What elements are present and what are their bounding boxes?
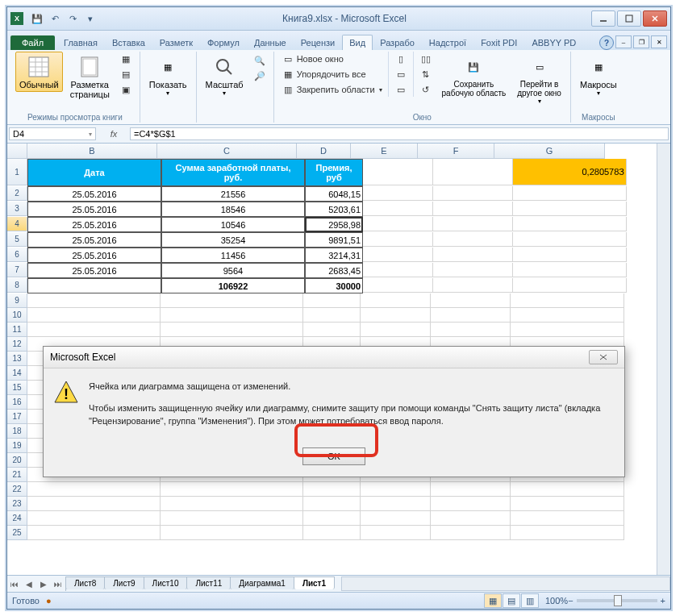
cell[interactable] [27,308,161,323]
row-header[interactable]: 12 [7,337,27,352]
page-layout-button[interactable]: Разметка страницы [66,52,114,102]
cell[interactable] [303,526,361,540]
undo-icon[interactable]: ↶ [48,11,62,26]
sheet-tab[interactable]: Лист1 [294,576,335,589]
cell[interactable] [161,511,303,526]
dialog-close-button[interactable] [589,350,618,364]
cell[interactable] [433,217,513,231]
name-box[interactable]: D4▾ [9,127,96,140]
sheet-tab[interactable]: Лист10 [144,576,188,589]
cell[interactable]: 25.05.2016 [27,232,161,248]
mdi-minimize-button[interactable]: – [615,35,632,48]
ribbon-tab[interactable]: Вид [342,35,373,50]
sync-scroll-button[interactable]: ⇅ [417,67,435,81]
fx-icon[interactable]: fx [111,129,118,139]
row-header[interactable]: 1 [7,159,27,185]
column-header[interactable]: G [494,144,605,159]
cell[interactable] [27,278,161,293]
row-header[interactable]: 11 [7,323,27,337]
cell[interactable]: 0,280578З [513,159,627,185]
save-icon[interactable]: 💾 [30,11,44,26]
show-button[interactable]: ▦ Показать▾ [145,52,191,99]
row-header[interactable]: 8 [7,278,27,293]
split-button[interactable]: ▯ [392,52,410,66]
cell[interactable] [431,308,511,323]
cell[interactable] [513,217,627,231]
cell[interactable]: 21556 [161,186,305,202]
row-header[interactable]: 2 [7,186,27,201]
cell[interactable] [303,497,361,511]
row-header[interactable]: 25 [7,526,27,540]
row-header[interactable]: 9 [7,293,27,308]
cell[interactable] [511,511,624,526]
redo-icon[interactable]: ↷ [65,11,80,26]
cell[interactable] [433,278,513,293]
cell[interactable] [511,526,624,540]
cell[interactable] [303,511,361,526]
cell[interactable]: 25.05.2016 [27,186,161,202]
cell[interactable]: 10546 [161,217,305,232]
row-header[interactable]: 7 [7,263,27,277]
cell[interactable] [361,308,431,323]
cell[interactable] [433,248,513,262]
cell[interactable] [361,511,431,526]
cell[interactable] [511,308,624,323]
cell[interactable] [433,232,513,247]
cell[interactable] [161,482,303,497]
cell[interactable]: 11456 [161,248,305,263]
cell[interactable] [161,293,303,308]
cell[interactable] [363,186,433,201]
zoom-out-icon[interactable]: − [568,596,573,606]
custom-view-button[interactable]: ▤ [117,67,135,81]
save-workspace-button[interactable]: 💾 Сохранить рабочую область [438,52,511,100]
cell[interactable]: 25.05.2016 [27,202,161,217]
row-header[interactable]: 19 [7,439,27,453]
column-header[interactable]: B [27,144,157,159]
cell[interactable] [513,186,627,201]
sheet-tab[interactable]: Лист11 [186,576,231,589]
cell[interactable] [161,526,303,540]
header-cell[interactable]: Сумма заработной платы, руб. [161,159,305,186]
macros-button[interactable]: ▦ Макросы▾ [576,52,621,99]
vertical-scrollbar[interactable] [657,144,670,575]
cell[interactable] [361,482,431,497]
zoom-button[interactable]: Масштаб▾ [202,52,248,99]
ribbon-tab[interactable]: Надстрої [422,35,473,50]
row-header[interactable]: 6 [7,248,27,262]
cell[interactable] [511,293,624,308]
cell[interactable] [363,217,433,231]
cell[interactable]: 25.05.2016 [27,248,161,263]
macro-record-icon[interactable]: ● [46,596,52,606]
cell[interactable] [27,323,161,337]
row-header[interactable]: 20 [7,453,27,468]
ribbon-tab[interactable]: ABBYY PD [524,35,583,50]
cell[interactable] [431,482,511,497]
cell[interactable] [513,248,627,262]
zoom-selection-button[interactable]: 🔎 [251,69,269,83]
row-header[interactable]: 24 [7,511,27,526]
cell[interactable] [361,497,431,511]
minimize-button[interactable] [591,10,615,27]
cell[interactable] [27,482,161,497]
cell[interactable] [161,323,303,337]
cell[interactable]: 5203,61 [305,202,363,217]
column-header[interactable]: D [297,144,351,159]
cell[interactable] [433,159,513,185]
ribbon-tab[interactable]: Разрабо [373,35,422,50]
dialog-titlebar[interactable]: Microsoft Excel [44,347,624,368]
new-window-button[interactable]: ▭Новое окно [279,52,385,66]
row-header[interactable]: 5 [7,232,27,247]
side-by-side-button[interactable]: ▯▯ [417,52,435,66]
row-header[interactable]: 22 [7,482,27,497]
formula-bar[interactable]: =C4*$G$1 [130,127,669,140]
fullscreen-button[interactable]: ▣ [117,82,135,97]
ribbon-tab[interactable]: Главная [56,35,105,50]
cell[interactable]: 2958,98 [305,217,363,232]
ok-button[interactable]: OK [302,447,365,465]
cell[interactable]: 25.05.2016 [27,263,161,278]
cell[interactable]: 18546 [161,202,305,217]
sheet-nav-last-icon[interactable]: ⏭ [51,576,65,591]
cell[interactable] [363,232,433,247]
cell[interactable] [303,308,361,323]
normal-view-button[interactable]: Обычный [15,52,63,92]
